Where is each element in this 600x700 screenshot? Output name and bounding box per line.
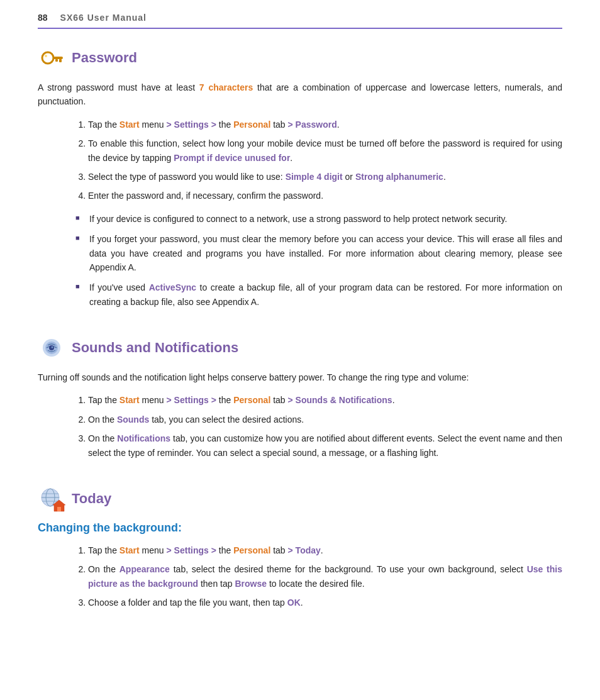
changing-background-title: Changing the background: bbox=[38, 521, 562, 535]
password-step-1: Tap the Start menu > Settings > the Pers… bbox=[88, 118, 562, 131]
page-container: 88 SX66 User Manual Password A strong pa… bbox=[0, 0, 600, 660]
today-section: Today Changing the background: Tap the S… bbox=[38, 485, 562, 610]
sounds-section-header: Sounds and Notifications bbox=[38, 334, 562, 362]
password-step-4: Enter the password and, if necessary, co… bbox=[88, 189, 562, 203]
page-number: 88 bbox=[38, 13, 48, 23]
svg-rect-16 bbox=[57, 507, 61, 511]
password-steps: Tap the Start menu > Settings > the Pers… bbox=[88, 118, 562, 203]
svg-point-0 bbox=[42, 52, 53, 64]
password-intro: A strong password must have at least 7 c… bbox=[38, 81, 562, 109]
password-bullet-2: If you forget your password, you must cl… bbox=[75, 232, 562, 274]
sounds-step-2: On the Sounds tab, you can select the de… bbox=[88, 413, 562, 426]
svg-rect-2 bbox=[59, 59, 62, 62]
password-bullet-1: If your device is configured to connect … bbox=[75, 212, 562, 226]
svg-point-9 bbox=[52, 347, 53, 348]
today-step-1: Tap the Start menu > Settings > the Pers… bbox=[88, 543, 562, 557]
svg-rect-3 bbox=[55, 59, 58, 62]
manual-title: SX66 User Manual bbox=[60, 13, 147, 23]
password-step-3: Select the type of password you would li… bbox=[88, 170, 562, 184]
sounds-step-1: Tap the Start menu > Settings > the Pers… bbox=[88, 393, 562, 407]
svg-point-4 bbox=[45, 55, 47, 57]
password-section: Password A strong password must have at … bbox=[38, 44, 562, 309]
today-steps: Tap the Start menu > Settings > the Pers… bbox=[88, 543, 562, 610]
sounds-step-3: On the Notifications tab, you can custom… bbox=[88, 431, 562, 460]
password-bullet-3: If you've used ActiveSync to create a ba… bbox=[75, 281, 562, 309]
password-icon bbox=[38, 44, 65, 72]
today-title: Today bbox=[72, 491, 111, 507]
password-bullets: If your device is configured to connect … bbox=[75, 212, 562, 309]
today-step-3: Choose a folder and tap the file you wan… bbox=[88, 596, 562, 609]
sounds-section: Sounds and Notifications Turning off sou… bbox=[38, 334, 562, 460]
sounds-intro: Turning off sounds and the notification … bbox=[38, 370, 562, 384]
sounds-icon bbox=[38, 334, 65, 362]
password-section-header: Password bbox=[38, 44, 562, 72]
today-section-header: Today bbox=[38, 485, 562, 513]
today-icon bbox=[38, 485, 65, 513]
svg-rect-1 bbox=[53, 57, 63, 59]
password-step-2: To enable this function, select how long… bbox=[88, 136, 562, 165]
sounds-steps: Tap the Start menu > Settings > the Pers… bbox=[88, 393, 562, 460]
password-title: Password bbox=[72, 50, 137, 66]
today-step-2: On the Appearance tab, select the desire… bbox=[88, 562, 562, 591]
sounds-title: Sounds and Notifications bbox=[72, 340, 238, 356]
page-header: 88 SX66 User Manual bbox=[38, 13, 562, 29]
